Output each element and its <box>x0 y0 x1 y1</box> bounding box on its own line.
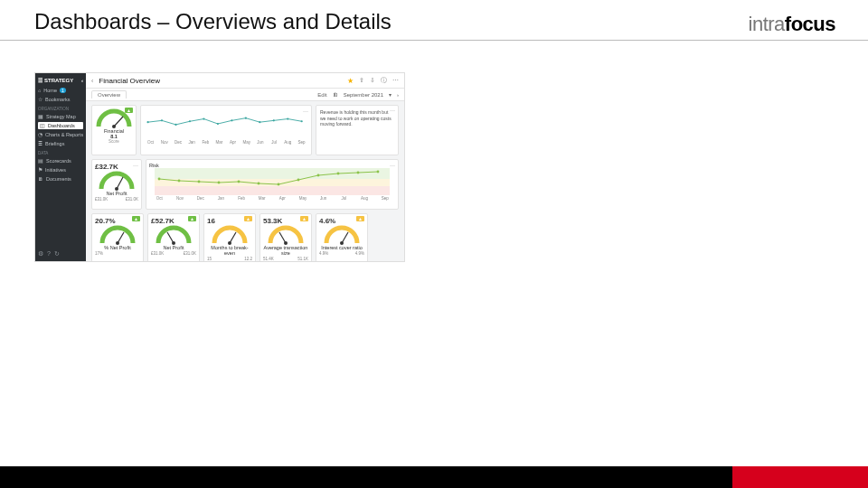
dashboard-title: Financial Overview <box>99 77 160 85</box>
gauge-tag: ▲ <box>132 216 140 221</box>
svg-rect-18 <box>155 186 390 195</box>
brand-logo: intrafocus <box>749 13 835 36</box>
gauge-0[interactable]: ▲20.7%% Net Profit17% <box>91 213 144 261</box>
svg-point-28 <box>337 173 340 175</box>
gauge-value: £32.7K <box>95 163 138 171</box>
line-chart-risk[interactable]: ⋯ Risk OctNovDecJanFebMarAprMayJunJulAug… <box>146 159 399 210</box>
dashboard-screenshot: ☰ STRATEGY ‹ ⌂ Home 1 ☆ Bookmarks ORGANI… <box>34 72 405 262</box>
svg-point-2 <box>146 121 148 123</box>
svg-line-33 <box>167 232 174 243</box>
svg-point-30 <box>377 171 380 174</box>
svg-point-13 <box>301 120 303 122</box>
svg-point-22 <box>218 182 221 184</box>
gauge-2[interactable]: ▲16Months to break-even1512.2 <box>203 213 256 261</box>
svg-point-21 <box>198 181 201 183</box>
card-menu-icon[interactable]: ⋯ <box>390 108 395 115</box>
svg-point-11 <box>273 119 275 121</box>
gauge-financial[interactable]: ▲ Financial 8.1 Score <box>91 105 137 155</box>
period-picker[interactable]: September 2021 <box>344 92 383 98</box>
gauge-label: Net Profit <box>95 191 138 196</box>
dashboard-main: ‹ Financial Overview ★ ⇪ ⇩ ⓘ ⋯ Overview … <box>86 73 404 261</box>
line-chart-financial[interactable]: ⋯ OctNovDecJanFebMarAprMayJunJulAugSep <box>140 105 312 155</box>
slide-footer-accent <box>732 466 868 488</box>
back-icon[interactable]: ‹ <box>91 78 93 84</box>
gauge-sub: 17% <box>95 251 140 256</box>
svg-line-37 <box>279 232 286 243</box>
svg-point-6 <box>203 117 204 119</box>
svg-point-19 <box>158 178 161 181</box>
svg-point-20 <box>178 180 181 183</box>
share-icon[interactable]: ⇪ <box>359 77 364 84</box>
dashboard-tabs: Overview Edit 🗓 September 2021 ▾ › <box>86 89 404 101</box>
gauge-3[interactable]: ▲53.3KAverage transaction size51.4K51.1K <box>259 213 312 261</box>
svg-point-7 <box>217 123 219 125</box>
sidebar-item-bookmarks[interactable]: ☆ Bookmarks <box>38 96 83 103</box>
edit-button[interactable]: Edit <box>317 92 326 98</box>
svg-point-12 <box>287 117 288 119</box>
gauge-label: Average transaction size <box>263 245 308 256</box>
svg-point-26 <box>297 179 300 182</box>
card-menu-icon[interactable]: ⋯ <box>303 108 308 114</box>
svg-point-8 <box>231 119 232 121</box>
svg-point-24 <box>258 183 260 185</box>
gauge-tag: ▲ <box>125 108 133 113</box>
gauge-sub: Score <box>95 139 133 144</box>
sidebar-item-initiatives[interactable]: ⚑ Initiatives <box>38 166 83 174</box>
svg-line-39 <box>342 232 348 243</box>
gauge-tag: ▲ <box>188 216 196 221</box>
sidebar-item-charts[interactable]: ◔ Charts & Reports <box>38 131 83 138</box>
svg-line-35 <box>230 232 236 243</box>
svg-point-3 <box>161 119 163 121</box>
svg-point-5 <box>189 120 191 122</box>
chart-axis: OctNovDecJanFebMarAprMayJunJulAugSep <box>144 140 308 145</box>
calendar-icon[interactable]: 🗓 <box>333 92 338 98</box>
svg-point-10 <box>259 121 260 123</box>
gauge-label: % Net Profit <box>95 245 140 250</box>
svg-point-4 <box>175 124 176 126</box>
svg-point-9 <box>245 117 247 119</box>
gauge-sub: £31.0K£31.0K <box>151 251 196 256</box>
info-icon[interactable]: ⓘ <box>381 76 387 85</box>
gauge-sub: 1512.2 <box>207 257 252 261</box>
svg-line-31 <box>118 232 124 243</box>
card-menu-icon[interactable]: ⋯ <box>390 162 395 168</box>
gauge-tag: ▲ <box>356 216 364 221</box>
gauge-sub: 4.9%4.9% <box>319 251 364 256</box>
svg-point-23 <box>238 181 241 183</box>
sidebar-group-data: DATA <box>38 151 83 155</box>
sidebar-group-org: ORGANIZATION <box>38 107 83 111</box>
gauge-label: Net Profit <box>151 245 196 250</box>
svg-point-29 <box>357 172 360 174</box>
export-icon[interactable]: ⇩ <box>370 77 375 84</box>
gauge-sub: 51.4K51.1K <box>263 257 308 261</box>
note-text: Revenue is holding this month but we nee… <box>320 109 394 127</box>
note-card[interactable]: ⋯ Revenue is holding this month but we n… <box>316 105 399 155</box>
star-icon[interactable]: ★ <box>347 77 354 85</box>
svg-line-0 <box>114 117 123 127</box>
sidebar-item-dashboards[interactable]: ◫ Dashboards <box>38 122 83 129</box>
gauge-label: Interest cover ratio <box>319 245 364 250</box>
sidebar-footer: ⚙?↻ <box>38 250 83 258</box>
chevron-down-icon[interactable]: ▾ <box>389 91 392 98</box>
sidebar-item-home[interactable]: ⌂ Home 1 <box>38 87 83 94</box>
sidebar-item-briefings[interactable]: ≣ Briefings <box>38 140 83 147</box>
tab-overview[interactable]: Overview <box>91 90 127 99</box>
gauge-4[interactable]: ▲4.6%Interest cover ratio4.9%4.9% <box>316 213 368 261</box>
gauge-tag: ▲ <box>300 216 308 221</box>
chart-axis: OctNovDecJanFebMarAprMayJunJulAugSep <box>149 196 395 201</box>
gauge-1[interactable]: ▲£52.7KNet Profit£31.0K£31.0K <box>147 213 200 261</box>
next-period-icon[interactable]: › <box>397 92 399 98</box>
sidebar-item-strategy-map[interactable]: ▦ Strategy Map <box>38 113 83 120</box>
sidebar-item-scorecards[interactable]: ▤ Scorecards <box>38 157 83 164</box>
svg-line-14 <box>117 177 123 189</box>
gauge-net-profit[interactable]: ⋯ £32.7K Net Profit £31.0K£31.0K <box>91 159 142 210</box>
svg-rect-17 <box>155 179 390 186</box>
gauge-label: Months to break-even <box>207 245 252 256</box>
page-title: Dashboards – Overviews and Details <box>34 9 392 34</box>
app-sidebar: ☰ STRATEGY ‹ ⌂ Home 1 ☆ Bookmarks ORGANI… <box>35 73 86 261</box>
sidebar-item-documents[interactable]: 🗎 Documents <box>38 175 83 183</box>
svg-rect-16 <box>155 168 390 179</box>
gauge-tag: ▲ <box>244 216 252 221</box>
more-icon[interactable]: ⋯ <box>392 77 399 84</box>
card-menu-icon[interactable]: ⋯ <box>133 162 138 168</box>
